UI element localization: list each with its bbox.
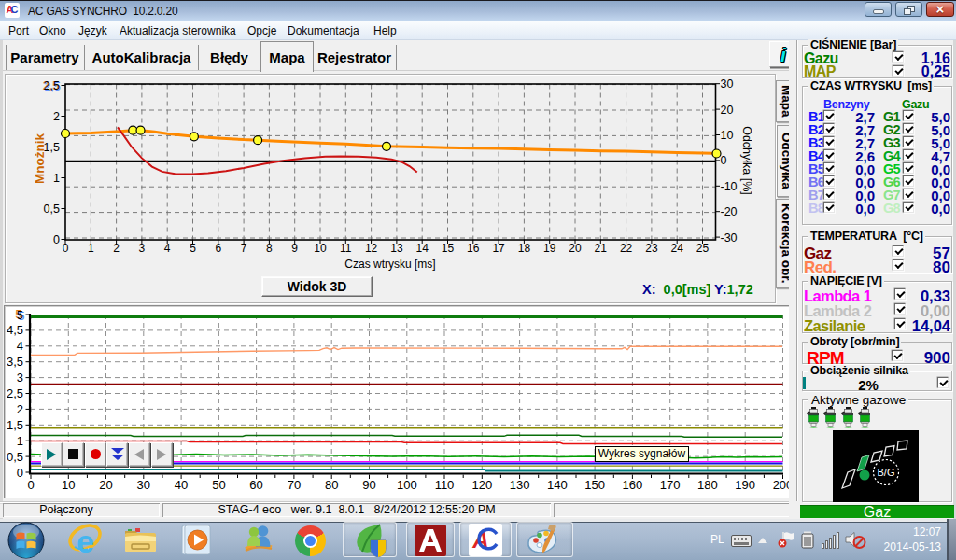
svg-text:40: 40: [175, 478, 188, 492]
svg-text:-30: -30: [721, 231, 738, 245]
svg-text:140: 140: [547, 478, 568, 492]
svg-text:70: 70: [288, 478, 301, 492]
svg-text:100: 100: [397, 478, 417, 492]
svg-text:10: 10: [62, 478, 75, 492]
svg-text:2,5: 2,5: [44, 79, 60, 92]
svg-text:90: 90: [362, 478, 375, 492]
svg-text:20: 20: [99, 478, 112, 492]
svg-text:110: 110: [435, 478, 455, 492]
svg-text:130: 130: [510, 478, 530, 492]
svg-text:B/G: B/G: [878, 467, 895, 478]
svg-text:180: 180: [697, 478, 718, 492]
svg-text:2: 2: [17, 402, 23, 416]
svg-text:30: 30: [721, 77, 734, 91]
svg-text:1: 1: [17, 434, 23, 448]
svg-text:60: 60: [249, 478, 262, 492]
svg-text:e: e: [77, 524, 94, 557]
svg-text:170: 170: [660, 478, 681, 492]
svg-text:150: 150: [584, 478, 605, 492]
svg-text:0,5: 0,5: [7, 450, 23, 464]
svg-text:200: 200: [773, 478, 789, 492]
svg-text:50: 50: [212, 478, 225, 492]
svg-text:190: 190: [735, 478, 755, 492]
svg-text:160: 160: [623, 478, 643, 492]
svg-text:0: 0: [27, 478, 34, 492]
svg-text:0: 0: [17, 466, 23, 480]
svg-text:3: 3: [17, 371, 23, 385]
svg-text:120: 120: [471, 478, 492, 492]
svg-text:2,5: 2,5: [7, 386, 23, 400]
svg-text:1,5: 1,5: [7, 418, 23, 432]
svg-text:80: 80: [325, 478, 338, 492]
svg-text:30: 30: [137, 478, 150, 492]
